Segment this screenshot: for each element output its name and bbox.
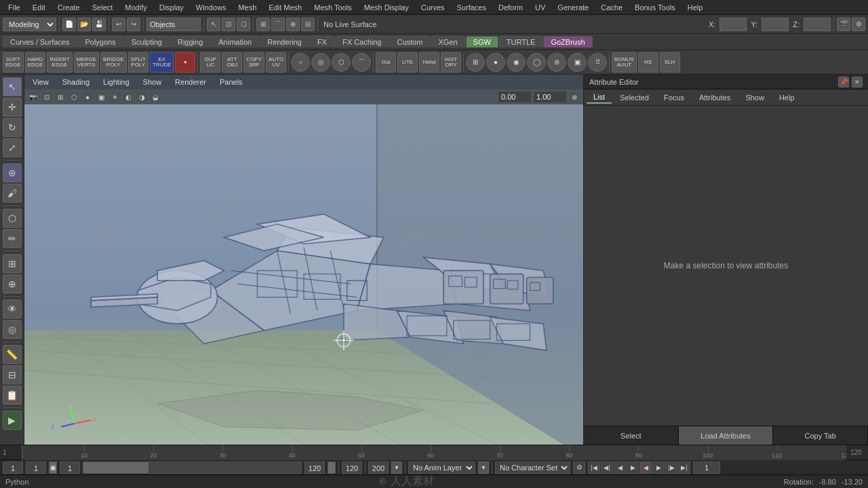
vp-menu-view[interactable]: View — [30, 77, 52, 87]
attr-tab-selected[interactable]: Selected — [613, 92, 656, 103]
shelf-btn-insert-edge-loop[interactable]: INSERTEDGE — [47, 52, 72, 73]
tab-sgw[interactable]: SGW — [466, 36, 498, 47]
shelf-ring1-btn[interactable]: ◉ — [507, 53, 526, 72]
pos-y-input[interactable] — [762, 18, 789, 31]
open-file-icon[interactable]: 📂 — [77, 18, 91, 31]
timeline-track[interactable]: 1102030405060708090100110120 — [22, 445, 846, 460]
shelf-btn-hard-edge[interactable]: HARDEDGE — [25, 52, 46, 73]
status-range-expand-btn[interactable]: ▼ — [391, 462, 402, 474]
snap-curve-icon[interactable]: ⌒ — [271, 18, 285, 31]
tab-xgen[interactable]: XGen — [431, 36, 465, 47]
new-file-icon[interactable]: 📄 — [62, 18, 76, 31]
vp-tb-cam-icon[interactable]: 📷 — [27, 91, 39, 103]
shelf-square-btn[interactable]: ▣ — [568, 53, 587, 72]
vp-tb-light-icon[interactable]: ☀ — [108, 91, 121, 103]
vp-tb-wireframe-icon[interactable]: ⬡ — [68, 91, 80, 103]
shelf-cube-btn[interactable]: ⬡ — [332, 53, 351, 72]
vp-menu-shading[interactable]: Shading — [60, 77, 92, 87]
transport-prev-key-btn[interactable]: ◀| — [601, 462, 613, 474]
status-frame3[interactable]: 1 — [60, 462, 80, 474]
status-frame2[interactable]: 1 — [26, 462, 46, 474]
hide-btn[interactable]: 👁 — [3, 300, 22, 319]
tab-animation[interactable]: Animation — [211, 36, 259, 47]
transport-play-back-btn[interactable]: ◀ — [639, 462, 652, 474]
select-tool-icon[interactable]: ↖ — [207, 18, 220, 31]
shelf-torus-btn[interactable]: ◎ — [311, 53, 330, 72]
attr-tab-attributes[interactable]: Attributes — [692, 92, 737, 103]
display-layer-btn[interactable]: 📋 — [3, 386, 22, 405]
tab-sculpting[interactable]: Sculpting — [124, 36, 170, 47]
tab-turtle[interactable]: TURTLE — [499, 36, 543, 47]
attr-copy-tab-btn[interactable]: Copy Tab — [773, 426, 868, 445]
vp-tb-texture-icon[interactable]: ▣ — [95, 91, 107, 103]
quick-layout-btn[interactable]: ⊟ — [3, 365, 22, 384]
transport-next-frame-btn[interactable]: ▶ — [652, 462, 665, 474]
menu-deform[interactable]: Deform — [493, 2, 528, 13]
pos-x-input[interactable] — [719, 18, 747, 31]
status-range-start[interactable]: 120 — [342, 462, 362, 474]
vp-tb-extra-icon[interactable]: ⊕ — [568, 91, 580, 103]
tab-rigging[interactable]: Rigging — [170, 36, 210, 47]
menu-cache[interactable]: Cache — [595, 2, 628, 13]
status-range-end[interactable]: 200 — [368, 462, 389, 474]
status-character-set[interactable]: No Character Set — [495, 462, 570, 474]
snap-point-icon[interactable]: ⊕ — [286, 18, 300, 31]
tab-curves-surfaces[interactable]: Curves / Surfaces — [3, 36, 77, 47]
render-settings-icon[interactable]: ⚙ — [852, 18, 865, 31]
shelf-ring2-btn[interactable]: ◯ — [527, 53, 546, 72]
rotate-tool-btn[interactable]: ↻ — [3, 118, 22, 137]
menu-file[interactable]: File — [3, 2, 26, 13]
viewport-value1[interactable] — [498, 91, 532, 103]
renderer-icon[interactable]: 🎬 — [837, 18, 850, 31]
status-anim-layer[interactable]: No Anim Layer — [408, 462, 475, 474]
vp-tb-persp-icon[interactable]: ⊡ — [41, 91, 53, 103]
shelf-btn-extrude[interactable]: EXTRUDE — [150, 52, 174, 73]
menu-display[interactable]: Display — [154, 2, 189, 13]
status-anim-expand-btn[interactable]: ▼ — [478, 462, 489, 474]
menu-uv[interactable]: UV — [530, 2, 551, 13]
tab-polygons[interactable]: Polygons — [77, 36, 123, 47]
attr-load-btn[interactable]: Load Attributes — [679, 426, 774, 445]
shelf-sphere-btn[interactable]: ○ — [291, 53, 310, 72]
menu-bonus-tools[interactable]: Bonus Tools — [629, 2, 681, 13]
vp-tb-shaded-icon[interactable]: ● — [81, 91, 94, 103]
select-tool-btn[interactable]: ↖ — [3, 77, 22, 96]
sculpt-btn[interactable]: 🖌 — [3, 184, 22, 203]
vp-tb-shadow-icon[interactable]: ◐ — [122, 91, 134, 103]
shelf-btn-ute[interactable]: UTE — [397, 52, 418, 73]
shelf-btn-dup-lic[interactable]: DUPLIC — [200, 52, 220, 73]
menu-generate[interactable]: Generate — [552, 2, 594, 13]
transport-prev-frame-btn[interactable]: ◀ — [614, 462, 626, 474]
tab-fx-caching[interactable]: FX Caching — [335, 36, 389, 47]
shelf-btn-merge-verts[interactable]: MERGEVERTS — [74, 52, 99, 73]
shelf-btn-hshd[interactable]: Hshd — [419, 52, 439, 73]
shelf-btn-soft-edge[interactable]: SOFTEDGE — [3, 52, 24, 73]
attr-tab-help[interactable]: Help — [772, 92, 802, 103]
menu-mesh-tools[interactable]: Mesh Tools — [309, 2, 357, 13]
viewport-value2[interactable] — [533, 91, 567, 103]
move-tool-btn[interactable]: ✛ — [3, 98, 22, 117]
shelf-btn-hs[interactable]: HS — [638, 52, 658, 73]
mode-dropdown[interactable]: Modeling Rigging Animation — [3, 18, 56, 31]
shelf-btn-attach-obj[interactable]: ATTOBJ — [222, 52, 242, 73]
scale-tool-btn[interactable]: ⤢ — [3, 138, 22, 157]
soft-select-btn[interactable]: ⊛ — [3, 163, 22, 182]
vp-tb-ortho-icon[interactable]: ⊞ — [54, 91, 66, 103]
vp-tb-aa-icon[interactable]: ◒ — [149, 91, 161, 103]
shelf-btn-auto-unwrap[interactable]: AUTOUV — [266, 52, 286, 73]
snap-surface-icon[interactable]: ⊟ — [301, 18, 315, 31]
lasso-icon[interactable]: ⬡ — [237, 18, 250, 31]
attr-close-icon[interactable]: ✕ — [852, 77, 863, 87]
status-frame4[interactable]: 120 — [304, 462, 325, 474]
select-mode-icon[interactable]: ⊡ — [222, 18, 235, 31]
shelf-curve-btn[interactable]: ⌒ — [352, 53, 371, 72]
object-filter[interactable] — [146, 18, 201, 31]
menu-mesh-display[interactable]: Mesh Display — [359, 2, 414, 13]
tab-gozbrush[interactable]: GoZBrush — [543, 36, 592, 47]
vp-tb-ao-icon[interactable]: ◑ — [136, 91, 148, 103]
menu-create[interactable]: Create — [52, 2, 85, 13]
shelf-ring3-btn[interactable]: ⊚ — [547, 53, 566, 72]
attr-pin-icon[interactable]: 📌 — [838, 77, 849, 87]
menu-edit[interactable]: Edit — [27, 2, 51, 13]
menu-windows[interactable]: Windows — [191, 2, 232, 13]
